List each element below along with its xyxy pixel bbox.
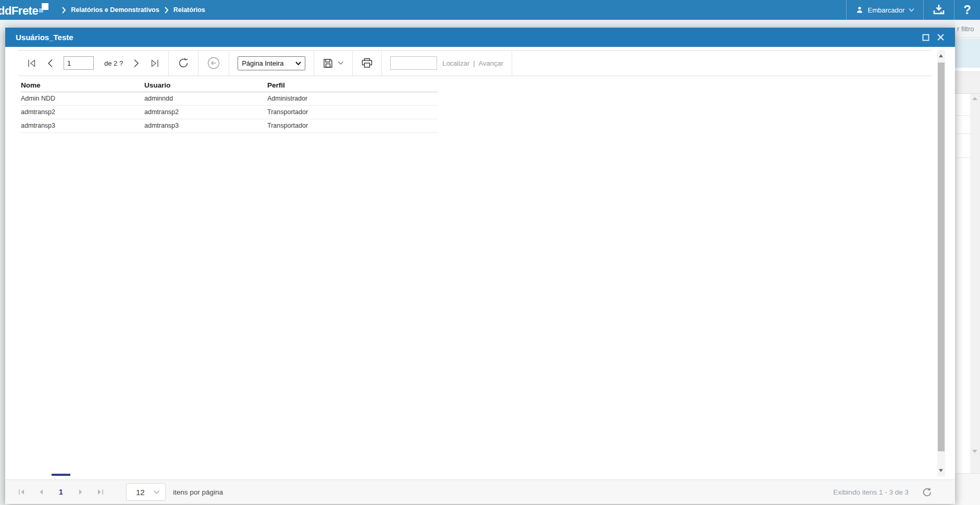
current-page-number: 1 bbox=[59, 488, 63, 496]
items-per-page-label: itens por página bbox=[173, 488, 223, 496]
pager-first-button[interactable] bbox=[11, 480, 31, 504]
zoom-mode-value: Página Inteira bbox=[242, 59, 295, 67]
table-header-row: Nome Usuario Perfil bbox=[21, 80, 438, 92]
scrollbar-thumb[interactable] bbox=[938, 63, 945, 451]
toolbar-export-group bbox=[314, 51, 353, 76]
cell-nome: Admin NDD bbox=[21, 95, 144, 102]
scroll-down-icon[interactable] bbox=[939, 469, 943, 472]
maximize-button[interactable] bbox=[922, 34, 929, 41]
pager-bar: 1 12 itens por página Exibindo itens 1 -… bbox=[5, 479, 955, 504]
search-input[interactable] bbox=[390, 56, 437, 70]
pager-refresh-button[interactable] bbox=[922, 487, 932, 497]
report-content-area: de 2 ? bbox=[5, 47, 955, 479]
window-title: Usuários_Teste bbox=[16, 33, 73, 42]
breadcrumb-item-current[interactable]: Relatórios bbox=[173, 6, 205, 14]
chevron-down-icon bbox=[338, 61, 344, 65]
cell-perfil: Administrador bbox=[267, 95, 438, 102]
background-left-edge bbox=[0, 20, 5, 505]
background-right-edge: r filtro bbox=[955, 20, 980, 505]
save-icon bbox=[322, 58, 333, 69]
previous-page-button[interactable] bbox=[47, 59, 53, 68]
cell-nome: admtransp2 bbox=[21, 108, 144, 116]
export-button[interactable] bbox=[322, 58, 344, 69]
pager-next-button[interactable] bbox=[71, 480, 91, 504]
user-menu[interactable]: Embarcador bbox=[846, 0, 924, 20]
app-logo[interactable]: ddFrete bbox=[0, 2, 49, 18]
user-icon bbox=[855, 6, 864, 14]
column-header-usuario: Usuario bbox=[144, 81, 267, 89]
chevron-right-icon bbox=[61, 7, 66, 14]
report-scrollbar[interactable] bbox=[937, 50, 945, 476]
top-application-bar: ddFrete Relatórios e Demonstrativos Rela… bbox=[0, 0, 980, 20]
cell-usuario: admtransp2 bbox=[144, 108, 267, 116]
toolbar-refresh-group bbox=[169, 51, 199, 76]
back-to-parent-button[interactable] bbox=[207, 56, 220, 70]
next-page-button[interactable] bbox=[133, 59, 140, 68]
close-button[interactable] bbox=[937, 33, 945, 41]
cell-perfil: Transportador bbox=[267, 122, 438, 129]
chevron-down-icon bbox=[909, 8, 914, 12]
logo-squares-icon bbox=[39, 2, 49, 15]
toolbar-search-group: Localizar | Avançar bbox=[382, 51, 512, 76]
toolbar-print-group bbox=[353, 51, 382, 76]
find-separator: | bbox=[473, 59, 475, 67]
column-header-nome: Nome bbox=[21, 81, 144, 89]
scroll-up-icon[interactable] bbox=[972, 97, 977, 100]
background-grid-header bbox=[955, 71, 980, 94]
cell-nome: admtransp3 bbox=[21, 122, 144, 129]
breadcrumb: Relatórios e Demonstrativos Relatórios bbox=[57, 6, 205, 14]
report-table: Nome Usuario Perfil Admin NDD adminndd A… bbox=[21, 80, 438, 133]
report-viewer-window: Usuários_Teste bbox=[5, 28, 955, 504]
scroll-down-icon[interactable] bbox=[972, 450, 977, 453]
pager-last-button[interactable] bbox=[91, 480, 110, 504]
page-total-label: de 2 ? bbox=[104, 59, 123, 67]
help-button[interactable]: ? bbox=[954, 0, 980, 20]
table-row: admtransp2 admtransp2 Transportador bbox=[21, 106, 438, 119]
column-header-perfil: Perfil bbox=[267, 81, 438, 89]
pager-previous-button[interactable] bbox=[31, 480, 51, 504]
pager-status-text: Exibindo itens 1 - 3 de 3 bbox=[833, 488, 909, 496]
breadcrumb-item[interactable]: Relatórios e Demonstrativos bbox=[71, 6, 159, 14]
refresh-report-button[interactable] bbox=[177, 57, 190, 69]
zoom-mode-select[interactable]: Página Inteira bbox=[238, 56, 305, 70]
last-page-button[interactable] bbox=[150, 59, 160, 68]
toolbar-paging-group: de 2 ? bbox=[18, 51, 169, 76]
background-grid-rows bbox=[955, 94, 970, 475]
cell-usuario: admtransp3 bbox=[144, 122, 267, 129]
download-icon bbox=[933, 4, 945, 16]
chevron-down-icon bbox=[295, 61, 301, 65]
background-filter-label: r filtro bbox=[955, 20, 980, 38]
table-row: Admin NDD adminndd Administrador bbox=[21, 92, 438, 106]
page-size-value: 12 bbox=[136, 488, 153, 497]
background-filter-panel bbox=[955, 39, 980, 68]
window-titlebar[interactable]: Usuários_Teste bbox=[5, 28, 955, 47]
download-button[interactable] bbox=[923, 0, 954, 20]
toolbar-zoom-group: Página Inteira bbox=[229, 51, 314, 76]
cell-usuario: adminndd bbox=[144, 95, 267, 102]
app-logo-text: ddFrete bbox=[0, 2, 38, 18]
toolbar-back-group bbox=[199, 51, 229, 76]
find-next-button[interactable]: Avançar bbox=[479, 59, 503, 67]
page-number-input[interactable] bbox=[64, 56, 94, 70]
background-scrollbar-track[interactable] bbox=[970, 94, 980, 475]
pager-controls: 1 bbox=[11, 480, 110, 504]
scroll-up-icon[interactable] bbox=[939, 54, 943, 57]
background-footer-strip bbox=[955, 473, 980, 505]
find-button[interactable]: Localizar bbox=[442, 59, 469, 67]
help-icon: ? bbox=[963, 4, 971, 16]
report-toolbar: de 2 ? bbox=[18, 50, 932, 76]
first-page-button[interactable] bbox=[27, 59, 36, 68]
print-button[interactable] bbox=[361, 57, 373, 69]
user-menu-label: Embarcador bbox=[868, 6, 905, 14]
page-size-select[interactable]: 12 bbox=[126, 483, 166, 501]
pager-page-1-button[interactable]: 1 bbox=[51, 480, 71, 504]
chevron-right-icon bbox=[164, 7, 169, 14]
table-row: admtransp3 admtransp3 Transportador bbox=[21, 119, 438, 133]
chevron-down-icon bbox=[153, 490, 160, 495]
cell-perfil: Transportador bbox=[267, 108, 438, 116]
